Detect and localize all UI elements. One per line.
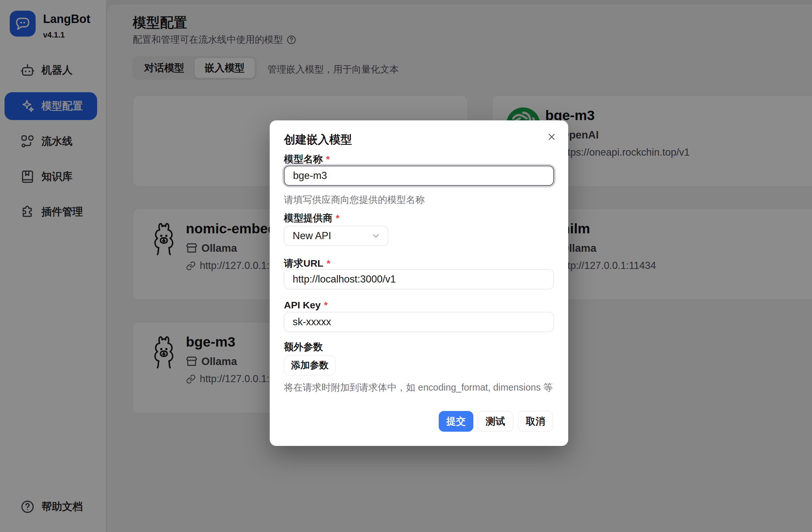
add-param-button[interactable]: 添加参数 <box>284 355 336 375</box>
api-key-input[interactable] <box>284 312 554 332</box>
extra-params-label: 额外参数 <box>284 340 323 354</box>
required-asterisk: * <box>326 154 330 164</box>
create-embedding-model-dialog: 创建嵌入模型 模型名称* 请填写供应商向您提供的模型名称 模型提供商* New … <box>270 120 568 446</box>
model-name-label: 模型名称* <box>284 153 330 166</box>
chevron-down-icon <box>371 231 381 241</box>
selected-provider: New API <box>293 230 331 242</box>
model-provider-label: 模型提供商* <box>284 212 339 225</box>
extra-params-help: 将在请求时附加到请求体中，如 encoding_format, dimensio… <box>284 381 553 394</box>
required-asterisk: * <box>336 212 339 223</box>
dialog-title: 创建嵌入模型 <box>284 132 352 147</box>
model-name-input[interactable] <box>284 166 554 186</box>
submit-button[interactable]: 提交 <box>439 411 473 432</box>
required-asterisk: * <box>324 300 328 310</box>
api-key-label: API Key* <box>284 300 328 311</box>
model-provider-select[interactable]: New API <box>284 226 388 246</box>
request-url-label: 请求URL* <box>284 257 330 270</box>
test-button[interactable]: 测试 <box>478 411 513 432</box>
cancel-button[interactable]: 取消 <box>518 411 553 432</box>
model-name-help: 请填写供应商向您提供的模型名称 <box>284 193 425 206</box>
required-asterisk: * <box>327 258 331 269</box>
request-url-input[interactable] <box>284 269 554 289</box>
close-icon[interactable] <box>546 131 557 143</box>
